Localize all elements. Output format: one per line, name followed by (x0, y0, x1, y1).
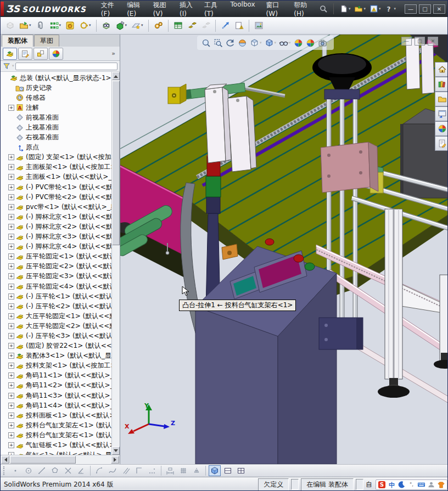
dropdown-caret-icon[interactable]: ▾ (349, 7, 351, 11)
tree-item-38[interactable]: +气缸链板<1> (默认<<默认>_显 (1, 440, 111, 450)
tree-item-33[interactable]: +角码11<3> (默认<<默认>_显示 (1, 391, 111, 400)
tree-item-30[interactable]: +投料支架<1> (默认<按加工>< (1, 361, 111, 371)
tree-expand-toggle[interactable]: + (8, 214, 14, 220)
tree-item-16[interactable]: +(-) 脚杯北京<2> (默认<<默认 (1, 222, 111, 232)
exploded-view-button[interactable] (186, 19, 198, 32)
ime-account-icon[interactable] (427, 481, 435, 489)
viewport-split-horizontal-button[interactable] (222, 465, 234, 476)
show-hidden-components-button[interactable] (100, 19, 113, 32)
search-icon[interactable] (319, 4, 328, 13)
tree-item-5[interactable]: 前视基准面 (1, 112, 111, 122)
tree-expand-toggle[interactable]: + (8, 253, 14, 259)
tree-expand-toggle[interactable]: + (8, 403, 14, 409)
tree-item-34[interactable]: +角码11<4> (默认<<默认>_显示 (1, 400, 111, 410)
mate-button[interactable] (34, 19, 47, 32)
tree-expand-toggle[interactable]: + (8, 294, 14, 300)
viewport-split-grid-button[interactable] (235, 465, 247, 476)
tree-item-10[interactable]: +主面板架<1> (默认<按加工>< (1, 162, 111, 172)
minimize-button[interactable]: — (405, 4, 417, 14)
move-component-button[interactable]: ▾ (77, 19, 93, 32)
tree-item-1[interactable]: 总装 (默认<默认_显示状态-1>) (1, 73, 111, 83)
configurationmanager-tab[interactable] (33, 48, 48, 60)
dropdown-caret-icon[interactable]: ▾ (328, 41, 330, 45)
sketch-corner-rectangle-tool[interactable] (133, 465, 145, 476)
tree-item-6[interactable]: 上视基准面 (1, 122, 111, 132)
dropdown-caret-icon[interactable]: ▾ (363, 7, 366, 11)
tree-expand-toggle[interactable]: + (8, 244, 14, 250)
open-insert-button[interactable]: ▾ (18, 19, 33, 32)
ime-language-icon[interactable]: 中 (388, 481, 396, 489)
tree-item-20[interactable]: +压平轮固定<2> (默认<<默认> (1, 262, 111, 272)
tree-item-14[interactable]: +pvc带<1> (默认<<默认>_显示 (1, 202, 111, 212)
tree-item-31[interactable]: +角码11<1> (默认<<默认>_显示 (1, 371, 111, 381)
tree-item-22[interactable]: +压平轮固定<4> (默认<<默认> (1, 281, 111, 291)
help-button[interactable]: ?▾ (383, 3, 397, 14)
dropdown-caret-icon[interactable]: ▾ (89, 24, 91, 27)
tree-expand-toggle[interactable]: + (8, 263, 14, 269)
solidworks-resources-button[interactable]: ▾ (368, 3, 382, 14)
dropdown-caret-icon[interactable]: ▾ (394, 7, 396, 11)
tree-expand-toggle[interactable]: + (8, 373, 14, 379)
task-pane-home-tab[interactable] (435, 62, 448, 77)
apply-scene-button[interactable] (305, 37, 316, 49)
propertymanager-tab[interactable] (18, 48, 32, 60)
tree-item-27[interactable]: +(-) 压平轮<3> (默认<<默认> (1, 331, 111, 341)
tree-expand-toggle[interactable]: + (8, 313, 14, 319)
displaymanager-tab[interactable] (49, 48, 63, 60)
tree-expand-toggle[interactable]: + (8, 194, 14, 200)
sketch-circle-tool[interactable] (23, 465, 35, 476)
tree-expand-toggle[interactable]: + (8, 422, 14, 428)
tree-item-21[interactable]: +压平轮固定<3> (默认<<默认> (1, 272, 111, 281)
task-pane-custom-properties-tab[interactable] (435, 136, 448, 151)
document-close-button[interactable]: ✕ (428, 37, 438, 46)
ime-skin-icon[interactable] (437, 481, 445, 489)
tree-expand-toggle[interactable]: + (8, 413, 14, 419)
edit-appearance-button[interactable] (293, 37, 304, 49)
tree-item-9[interactable]: +(固定) 支架<1> (默认<按加工 (1, 153, 111, 162)
document-restore-button[interactable]: □ (415, 37, 425, 46)
scroll-up-button[interactable] (112, 72, 120, 80)
tree-item-15[interactable]: +(-) 脚杯北京<1> (默认<<默认 (1, 212, 111, 222)
tree-expand-toggle[interactable]: + (8, 224, 14, 230)
dropdown-caret-icon[interactable]: ▾ (289, 41, 291, 45)
document-minimize-button[interactable]: — (401, 37, 412, 46)
tree-item-29[interactable]: +装配体3<1> (默认<默认_显示 (1, 351, 111, 361)
new-document-button[interactable]: ▾ (338, 3, 352, 14)
filter-caret-icon[interactable]: ▾ (12, 64, 14, 68)
tree-expand-toggle[interactable]: + (8, 393, 14, 399)
featuremanager-tree-tab[interactable] (3, 48, 17, 60)
tree-item-4[interactable]: +A注解 (1, 103, 111, 112)
insert-component-button[interactable] (4, 19, 16, 32)
hide-show-items-button[interactable]: ▾ (278, 37, 292, 49)
tree-expand-toggle[interactable]: + (8, 234, 14, 240)
dropdown-caret-icon[interactable]: ▾ (141, 24, 143, 27)
previous-view-button[interactable] (225, 37, 236, 49)
tree-horizontal-scrollbar[interactable] (1, 455, 120, 464)
tree-expand-toggle[interactable]: + (8, 164, 14, 170)
tree-expand-toggle[interactable]: + (8, 204, 14, 210)
sketch-angle-tool[interactable] (75, 465, 87, 476)
view-settings-button[interactable]: ▾ (317, 37, 331, 49)
doc-tab-2[interactable]: 草图 (34, 35, 59, 47)
tree-item-25[interactable]: +大压平轮固定<1> (默认<<默认 (1, 311, 111, 321)
tree-expand-toggle[interactable]: + (8, 353, 14, 359)
sketch-arc-tool[interactable] (93, 465, 105, 476)
sketch-trim-tool[interactable] (62, 465, 74, 476)
tree-expand-toggle[interactable]: + (8, 333, 14, 339)
ime-punctuation-icon[interactable]: °, (407, 481, 416, 489)
tree-expand-toggle[interactable]: + (8, 343, 14, 349)
task-pane-appearances-tab[interactable] (435, 121, 448, 136)
ime-fullhalf-icon[interactable] (397, 481, 406, 489)
tree-item-3[interactable]: 传感器 (1, 93, 111, 103)
dropdown-caret-icon[interactable]: ▾ (125, 24, 127, 27)
tree-expand-toggle[interactable]: + (8, 432, 14, 438)
sketch-polygon-tool[interactable] (49, 465, 61, 476)
bill-of-materials-button[interactable] (172, 19, 184, 32)
graphics-viewport[interactable]: ▾▾▾▾ —□✕ 凸台-拉伸1 ← 投料台气缸支架右<1> Y X Z (120, 35, 448, 464)
section-view-button[interactable] (237, 37, 248, 49)
display-style-button[interactable]: ▾ (264, 37, 278, 49)
scroll-right-button[interactable] (111, 456, 119, 464)
tree-expand-toggle[interactable]: + (8, 323, 14, 329)
take-snapshot-button[interactable] (253, 19, 265, 32)
manager-tabs-overflow[interactable]: » (111, 50, 117, 57)
